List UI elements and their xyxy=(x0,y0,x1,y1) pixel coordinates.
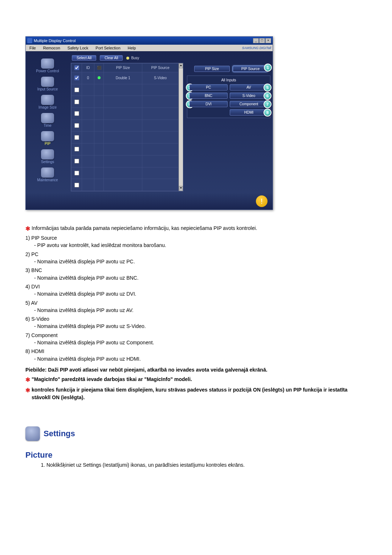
sidebar-item-time[interactable]: Time xyxy=(27,112,68,130)
sidebar-item-label: Settings xyxy=(27,160,68,164)
titlebar: Multiple Display Control _ □ × xyxy=(26,37,273,45)
sidebar-item-power-control[interactable]: Power Control xyxy=(27,58,68,75)
brand-label: SAMSUNG DIGITall xyxy=(242,46,271,50)
item-name: AV xyxy=(31,300,38,306)
row-checkbox[interactable] xyxy=(74,88,79,92)
busy-label: Busy xyxy=(131,56,139,60)
item-desc: - PIP avotu var kontrolēt, kad ieslēdzat… xyxy=(34,242,367,249)
sidebar-item-image-size[interactable]: Image Size xyxy=(27,94,68,112)
picture-step-1: Noklikšķiniet uz Settings (Iestatījumi) … xyxy=(46,462,367,468)
bnc-button[interactable]: BNC xyxy=(189,93,228,99)
menu-port-selection[interactable]: Port Selection xyxy=(93,45,122,50)
item-desc: - Nomaina izvēlētā displeja PIP avotu uz… xyxy=(34,307,367,314)
item-number: 7) xyxy=(25,332,30,338)
item-desc: - Nomaina izvēlētā displeja PIP avotu uz… xyxy=(34,290,367,297)
input-source-icon xyxy=(41,77,54,87)
sidebar-item-label: Power Control xyxy=(27,69,68,73)
row-checkbox[interactable] xyxy=(74,135,79,140)
item-number: 2) xyxy=(25,251,30,257)
picture-heading: Picture xyxy=(25,450,367,460)
header-pip-size: PIP Size xyxy=(104,64,142,72)
busy-indicator: Busy xyxy=(126,56,139,60)
component-button[interactable]: Component xyxy=(230,101,268,107)
star-note-1-text: "MagicInfo" paredzētā ievade darbojas ti… xyxy=(32,376,367,383)
row-pip-size: Double 1 xyxy=(104,72,142,84)
settings-heading: Settings xyxy=(25,426,367,441)
star-icon: ✱ xyxy=(25,376,30,384)
numbered-item: 6) S-Video- Nomaina izvēlētā displeja PI… xyxy=(25,315,367,330)
svideo-button[interactable]: S-Video xyxy=(230,93,268,99)
row-checkbox[interactable] xyxy=(74,171,79,175)
callout-5: 5 xyxy=(264,84,271,92)
status-dot-icon xyxy=(98,76,101,79)
star-icon: ✱ xyxy=(25,386,30,394)
header-checkbox[interactable] xyxy=(72,64,82,72)
menu-safety-lock[interactable]: Safety Lock xyxy=(65,45,90,50)
piebilde-text: Piebilde: Daži PIP avoti atlasei var neb… xyxy=(25,366,367,373)
row-checkbox[interactable] xyxy=(74,100,79,104)
item-name: PC xyxy=(31,251,38,257)
scrollbar[interactable]: ▲ ▼ xyxy=(179,63,183,191)
pc-button[interactable]: PC xyxy=(189,84,228,90)
picture-steps: Noklikšķiniet uz Settings (Iestatījumi) … xyxy=(32,462,367,468)
sidebar-item-maintenance[interactable]: Maintenance xyxy=(27,167,68,184)
table-row[interactable] xyxy=(72,131,179,143)
av-button[interactable]: AV xyxy=(230,84,268,90)
center-panel: Select All Clear All Busy ID xyxy=(69,51,185,193)
numbered-item: 4) DVI- Nomaina izvēlētā displeja PIP av… xyxy=(25,283,367,298)
pip-size-button[interactable]: PIP Size xyxy=(194,66,230,72)
minimize-button[interactable]: _ xyxy=(253,38,259,43)
row-checkbox[interactable] xyxy=(74,111,79,116)
sidebar: Power Control Input Source Image Size Ti… xyxy=(26,51,69,193)
pip-source-button[interactable]: PIP Source xyxy=(233,66,268,72)
numbered-item: 3) BNC- Nomaina izvēlētā displeja PIP av… xyxy=(25,267,367,281)
intro-line: ✱ Informācijas tabula parāda pamata nepi… xyxy=(25,224,367,233)
maximize-button[interactable]: □ xyxy=(259,38,265,43)
busy-dot-icon xyxy=(126,57,129,60)
item-name: S-Video xyxy=(31,316,49,322)
clear-all-button[interactable]: Clear All xyxy=(100,55,123,61)
callout-8: 8 xyxy=(264,109,271,117)
table-row[interactable] xyxy=(72,119,179,131)
menu-file[interactable]: File xyxy=(27,45,38,50)
row-checkbox[interactable] xyxy=(74,123,79,128)
warning-icon[interactable]: ! xyxy=(256,195,268,207)
table-row[interactable] xyxy=(72,108,179,120)
item-desc: - Nomaina izvēlētā displeja PIP avotu uz… xyxy=(34,339,367,346)
row-checkbox[interactable] xyxy=(74,183,79,187)
table-row[interactable] xyxy=(72,167,179,179)
mdc-window: Multiple Display Control _ □ × File Remo… xyxy=(25,36,273,210)
star-note-2: ✱ kontroles funkcija ir pieejama tikai t… xyxy=(25,386,367,401)
display-table: ID ⬛ PIP Size PIP Source 0 xyxy=(71,63,179,191)
table-row[interactable] xyxy=(72,143,179,155)
app-icon xyxy=(27,38,32,43)
scroll-down-icon[interactable]: ▼ xyxy=(179,186,183,191)
table-row[interactable] xyxy=(72,96,179,108)
row-checkbox[interactable] xyxy=(74,159,79,163)
image-size-icon xyxy=(41,95,54,105)
dvi-button[interactable]: DVI xyxy=(189,101,228,107)
row-status xyxy=(94,72,104,84)
table-row[interactable] xyxy=(72,84,179,96)
row-checkbox[interactable] xyxy=(74,76,79,80)
callout-6: 6 xyxy=(264,92,271,100)
sidebar-item-label: Maintenance xyxy=(27,178,68,182)
star-icon: ✱ xyxy=(25,224,30,233)
menu-remocon[interactable]: Remocon xyxy=(41,45,62,50)
item-number: 4) xyxy=(25,284,30,289)
sidebar-item-input-source[interactable]: Input Source xyxy=(27,76,68,93)
row-checkbox[interactable] xyxy=(74,147,79,151)
close-button[interactable]: × xyxy=(265,38,271,43)
menu-help[interactable]: Help xyxy=(126,45,138,50)
hdmi-button[interactable]: HDMI xyxy=(230,109,268,116)
sidebar-item-settings[interactable]: Settings xyxy=(27,149,68,166)
scroll-up-icon[interactable]: ▲ xyxy=(179,63,183,68)
select-all-button[interactable]: Select All xyxy=(72,55,96,61)
callout-1: 1 xyxy=(264,64,272,72)
sidebar-item-label: Image Size xyxy=(27,105,68,109)
table-row[interactable]: 0 Double 1 S-Video xyxy=(72,72,179,84)
table-row[interactable] xyxy=(72,155,179,167)
settings-icon xyxy=(41,149,54,159)
sidebar-item-pip[interactable]: PIP xyxy=(27,130,68,148)
table-row[interactable] xyxy=(72,179,179,191)
